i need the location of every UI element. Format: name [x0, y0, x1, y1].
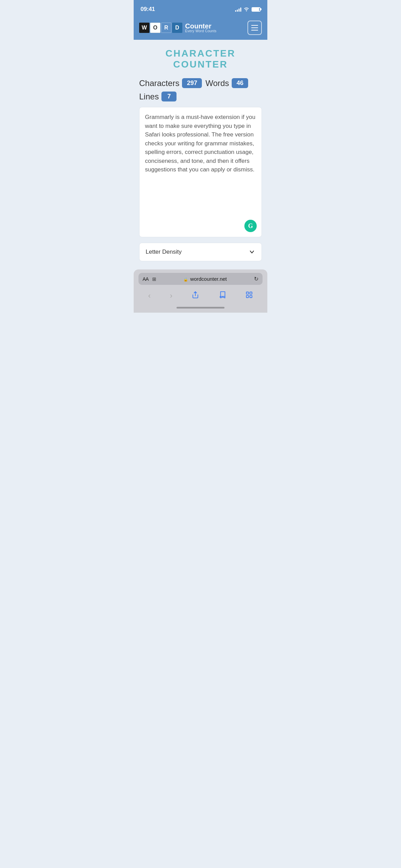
words-stat: Words 46: [205, 78, 248, 88]
grammarly-icon: G: [248, 222, 253, 230]
svg-rect-2: [250, 292, 252, 294]
characters-badge: 297: [182, 78, 202, 88]
status-bar: 09:41: [134, 0, 267, 17]
letter-density-label: Letter Density: [146, 249, 182, 255]
words-label: Words: [205, 79, 229, 88]
logo-tile-r: R: [161, 23, 171, 33]
textarea-container: G: [139, 107, 262, 237]
logo-tile-d: D: [172, 23, 182, 33]
reload-button[interactable]: ↻: [254, 276, 258, 282]
browser-address-row[interactable]: AA ⊞ 🔒 wordcounter.net ↻: [138, 273, 263, 285]
browser-url[interactable]: 🔒 wordcounter.net: [160, 276, 251, 282]
logo-text: Counter Every Word Counts: [185, 23, 217, 33]
wifi-icon: [243, 7, 250, 12]
main-content: CHARACTER COUNTER Characters 297 Words 4…: [134, 40, 267, 269]
battery-icon: [252, 7, 260, 12]
lines-badge: 7: [161, 92, 177, 101]
share-button[interactable]: [189, 290, 202, 302]
lines-stat: Lines 7: [139, 92, 177, 101]
url-text: wordcounter.net: [190, 276, 227, 282]
forward-button[interactable]: ›: [167, 290, 175, 302]
menu-icon-line3: [251, 30, 258, 31]
bookmark-button[interactable]: [216, 290, 229, 302]
browser-bar: AA ⊞ 🔒 wordcounter.net ↻ ‹ ›: [134, 269, 267, 313]
back-button[interactable]: ‹: [145, 290, 153, 302]
chevron-down-icon: [248, 249, 255, 255]
browser-nav-row: ‹ ›: [138, 288, 263, 305]
signal-icon: [235, 7, 241, 12]
logo-tiles: W O R D: [139, 23, 182, 33]
browser-extension-icon[interactable]: ⊞: [152, 276, 156, 282]
tabs-button[interactable]: [243, 290, 256, 302]
menu-icon-line1: [251, 25, 258, 26]
menu-icon-line2: [251, 27, 258, 28]
stats-row: Characters 297 Words 46 Lines 7: [139, 78, 262, 101]
text-input[interactable]: [145, 113, 256, 229]
header: W O R D Counter Every Word Counts: [134, 17, 267, 40]
characters-label: Characters: [139, 79, 179, 88]
logo: W O R D Counter Every Word Counts: [139, 23, 217, 33]
lines-label: Lines: [139, 92, 159, 101]
logo-counter: Counter: [185, 23, 217, 29]
home-indicator: [177, 307, 224, 309]
svg-rect-1: [246, 292, 248, 294]
browser-aa-button[interactable]: AA: [143, 276, 149, 282]
logo-tile-o: O: [150, 23, 160, 33]
svg-rect-3: [246, 296, 248, 298]
status-icons: [235, 7, 260, 12]
logo-tile-w: W: [139, 23, 149, 33]
status-time: 09:41: [141, 6, 155, 13]
page-title: CHARACTER COUNTER: [139, 48, 262, 70]
logo-tagline: Every Word Counts: [185, 29, 217, 33]
menu-button[interactable]: [247, 21, 262, 35]
grammarly-badge[interactable]: G: [244, 220, 257, 232]
characters-stat: Characters 297: [139, 78, 202, 88]
lock-icon: 🔒: [183, 277, 188, 281]
words-badge: 46: [232, 78, 248, 88]
svg-rect-4: [250, 296, 252, 298]
letter-density-bar[interactable]: Letter Density: [139, 243, 262, 261]
